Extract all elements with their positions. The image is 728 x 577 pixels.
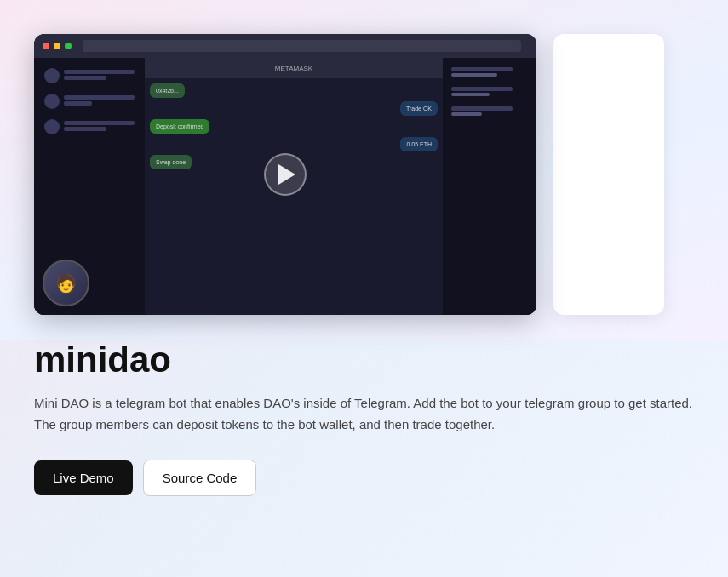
tx-line-small: [451, 73, 497, 77]
button-group: Live Demo Source Code: [34, 460, 694, 496]
live-demo-button[interactable]: Live Demo: [34, 460, 133, 495]
browser-maximize-dot: [65, 43, 72, 49]
metamask-header: METAMASK: [145, 58, 443, 78]
tx-item-1: [448, 65, 531, 81]
page-container: METAMASK 0x4f2b... Trade OK Deposit conf…: [0, 0, 728, 577]
chat-message-3: Deposit confirmed: [150, 119, 209, 134]
text-section: minidao Mini DAO is a telegram bot that …: [34, 340, 694, 517]
project-description: Mini DAO is a telegram bot that enables …: [34, 393, 694, 436]
project-title: minidao: [34, 340, 694, 380]
chat-message-1: 0x4f2b...: [150, 83, 185, 98]
sidebar-line-2-short: [64, 101, 92, 106]
chat-message-2: Trade OK: [400, 101, 438, 116]
sidebar-avatar-3: [44, 119, 60, 134]
sidebar-chat-item-3: [39, 116, 140, 138]
browser-close-dot: [43, 43, 49, 49]
browser-minimize-dot: [54, 43, 60, 49]
chat-area: 0x4f2b... Trade OK Deposit confirmed 0.0…: [145, 78, 443, 315]
main-video[interactable]: METAMASK 0x4f2b... Trade OK Deposit conf…: [34, 34, 536, 315]
chat-message-4: 0.05 ETH: [400, 137, 438, 151]
tx-line: [451, 67, 513, 71]
play-icon: [278, 164, 295, 185]
tx-line-2: [451, 87, 513, 91]
metamask-label: METAMASK: [275, 65, 312, 72]
sidebar-text-3: [64, 121, 135, 133]
browser-address-bar: [83, 40, 521, 52]
sidebar-line-short: [64, 76, 106, 80]
browser-chrome: [34, 34, 536, 58]
sidebar-line-2: [64, 95, 135, 100]
sidebar-avatar-2: [44, 94, 60, 109]
sidebar-chat-item-1: [39, 65, 140, 87]
content-area: METAMASK 0x4f2b... Trade OK Deposit conf…: [0, 0, 728, 542]
chat-message-5: Swap done: [150, 155, 192, 169]
side-preview-card: [553, 34, 664, 315]
source-code-button[interactable]: Source Code: [143, 460, 257, 496]
tx-item-2: [448, 84, 531, 100]
tx-line-3-small: [451, 112, 482, 116]
sidebar-line-3: [64, 121, 135, 125]
sidebar-line: [64, 70, 135, 74]
media-section: METAMASK 0x4f2b... Trade OK Deposit conf…: [34, 34, 694, 315]
sidebar-text-1: [64, 70, 135, 82]
transaction-panel: [443, 58, 536, 315]
presenter-avatar: 🧑: [43, 260, 89, 306]
tx-line-2-small: [451, 93, 490, 96]
sidebar-chat-item-2: [39, 90, 140, 112]
sidebar-text-2: [64, 95, 135, 107]
sidebar-line-3-short: [64, 127, 106, 131]
tx-line-3: [451, 106, 513, 111]
sidebar-avatar-1: [44, 68, 60, 83]
play-button[interactable]: [264, 153, 307, 196]
tx-item-3: [448, 104, 531, 120]
